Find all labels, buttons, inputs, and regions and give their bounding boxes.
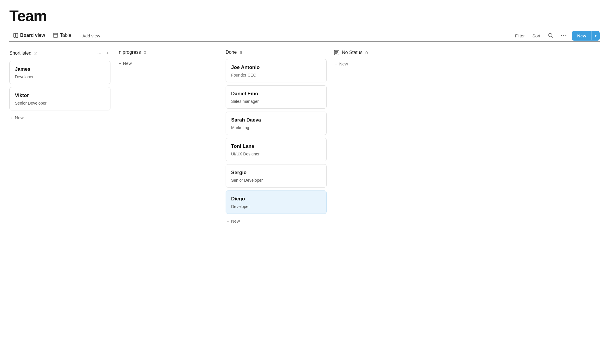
add-icon-done: + — [227, 219, 229, 223]
column-count-in-progress: 0 — [144, 50, 146, 55]
card-name-sarah-daeva: Sarah Daeva — [231, 117, 321, 123]
card-joe-antonio[interactable]: Joe Antonio Founder CEO — [226, 59, 327, 82]
add-new-in-progress[interactable]: + New — [117, 59, 219, 67]
board-view-icon — [13, 33, 18, 38]
card-name-sergio: Sergio — [231, 170, 321, 176]
card-toni-lana[interactable]: Toni Lana UI/UX Designer — [226, 138, 327, 161]
card-name-daniel-emo: Daniel Emo — [231, 91, 321, 97]
table-icon — [53, 33, 58, 38]
column-title-in-progress: In progress — [117, 50, 141, 55]
card-role-sarah-daeva: Marketing — [231, 125, 321, 130]
add-view-button[interactable]: + Add view — [75, 31, 104, 41]
column-header-shortlisted: Shortlisted 2 ··· + — [9, 50, 110, 57]
column-done: Done 6 Joe Antonio Founder CEO Daniel Em… — [226, 50, 334, 225]
add-view-label: + Add view — [79, 33, 100, 38]
column-in-progress: In progress 0 + New — [117, 50, 226, 67]
search-icon — [548, 33, 553, 38]
card-sergio[interactable]: Sergio Senior Developer — [226, 164, 327, 188]
column-shortlisted: Shortlisted 2 ··· + James Developer Vikt… — [9, 50, 117, 122]
card-name-joe-antonio: Joe Antonio — [231, 65, 321, 70]
page-title: Team — [9, 7, 600, 25]
card-viktor[interactable]: Viktor Senior Developer — [9, 87, 110, 110]
svg-rect-1 — [16, 33, 18, 37]
table-label: Table — [60, 33, 71, 38]
column-title-shortlisted: Shortlisted — [9, 51, 32, 56]
card-sarah-daeva[interactable]: Sarah Daeva Marketing — [226, 112, 327, 135]
svg-line-7 — [552, 36, 553, 37]
card-role-viktor: Senior Developer — [15, 101, 105, 105]
card-name-james: James — [15, 66, 105, 72]
card-name-viktor: Viktor — [15, 93, 105, 98]
card-name-toni-lana: Toni Lana — [231, 143, 321, 149]
board: Shortlisted 2 ··· + James Developer Vikt… — [9, 50, 600, 225]
card-diego[interactable]: Diego Developer — [226, 190, 327, 214]
new-button-main[interactable]: New — [572, 31, 591, 41]
toolbar-right: Filter Sort New ▾ — [513, 31, 600, 41]
column-header-no-status: No Status 0 — [334, 50, 435, 56]
svg-point-9 — [563, 35, 564, 36]
card-daniel-emo[interactable]: Daniel Emo Sales manager — [226, 85, 327, 109]
card-role-daniel-emo: Sales manager — [231, 99, 321, 104]
add-icon-in-progress: + — [119, 61, 121, 66]
add-new-shortlisted[interactable]: + New — [9, 113, 110, 122]
sort-button[interactable]: Sort — [530, 32, 543, 40]
tab-table[interactable]: Table — [49, 30, 75, 41]
svg-rect-0 — [14, 33, 15, 37]
svg-point-8 — [561, 35, 562, 36]
no-status-icon — [334, 50, 340, 56]
search-button[interactable] — [546, 31, 556, 41]
column-more-shortlisted[interactable]: ··· — [96, 50, 103, 57]
card-role-toni-lana: UI/UX Designer — [231, 152, 321, 156]
board-view-label: Board view — [20, 33, 45, 38]
more-button[interactable] — [558, 31, 569, 41]
toolbar: Board view Table + Add view Filter Sort — [9, 30, 600, 41]
add-icon-no-status: + — [335, 61, 338, 66]
filter-button[interactable]: Filter — [513, 32, 527, 40]
add-label-no-status: New — [339, 61, 348, 66]
svg-rect-2 — [53, 33, 58, 37]
add-label-done: New — [231, 219, 240, 223]
add-label-in-progress: New — [123, 61, 132, 66]
more-icon — [561, 33, 567, 38]
add-new-no-status[interactable]: + New — [334, 60, 435, 68]
column-title-no-status: No Status — [342, 50, 362, 55]
column-count-shortlisted: 2 — [34, 51, 37, 56]
column-header-done: Done 6 — [226, 50, 327, 55]
column-count-done: 6 — [240, 50, 242, 55]
card-james[interactable]: James Developer — [9, 61, 110, 84]
card-role-joe-antonio: Founder CEO — [231, 73, 321, 77]
card-name-diego: Diego — [231, 196, 321, 202]
add-icon-shortlisted: + — [11, 115, 13, 120]
tab-board-view[interactable]: Board view — [9, 30, 49, 41]
card-role-diego: Developer — [231, 204, 321, 209]
add-new-done[interactable]: + New — [226, 217, 327, 225]
column-count-no-status: 0 — [365, 50, 368, 55]
add-label-shortlisted: New — [15, 115, 24, 120]
column-title-done: Done — [226, 50, 237, 55]
new-button-group[interactable]: New ▾ — [572, 31, 600, 41]
column-no-status: No Status 0 + New — [334, 50, 442, 68]
card-role-james: Developer — [15, 74, 105, 79]
column-actions-shortlisted: ··· + — [96, 50, 110, 57]
new-button-chevron[interactable]: ▾ — [591, 31, 600, 40]
card-role-sergio: Senior Developer — [231, 178, 321, 183]
column-add-shortlisted[interactable]: + — [105, 50, 110, 57]
svg-point-10 — [565, 35, 566, 36]
column-header-in-progress: In progress 0 — [117, 50, 219, 55]
